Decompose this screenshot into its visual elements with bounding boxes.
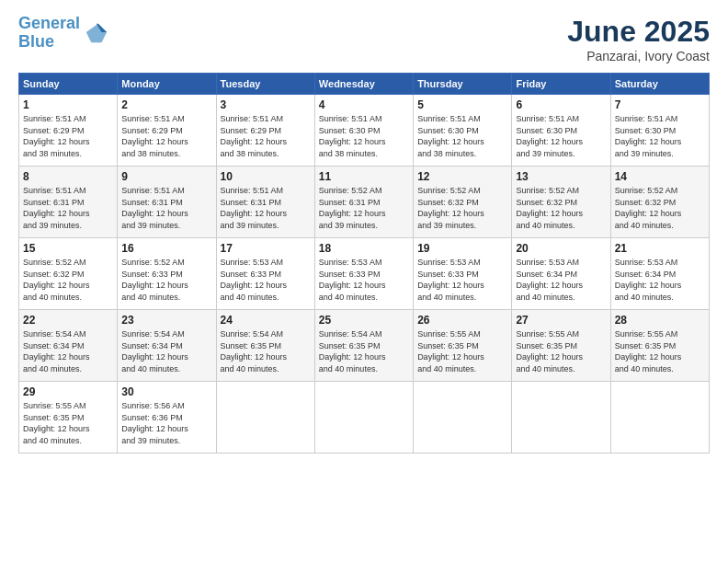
day-cell-25: 25 Sunrise: 5:54 AMSunset: 6:35 PMDaylig… xyxy=(314,310,413,382)
empty-cell-4 xyxy=(512,382,610,454)
day-cell-3: 3 Sunrise: 5:51 AMSunset: 6:29 PMDayligh… xyxy=(216,95,314,167)
day-cell-5: 5 Sunrise: 5:51 AMSunset: 6:30 PMDayligh… xyxy=(414,95,512,167)
day-cell-1: 1 Sunrise: 5:51 AMSunset: 6:29 PMDayligh… xyxy=(19,95,118,167)
day-cell-7: 7 Sunrise: 5:51 AMSunset: 6:30 PMDayligh… xyxy=(610,95,709,167)
day-cell-23: 23 Sunrise: 5:54 AMSunset: 6:34 PMDaylig… xyxy=(118,310,216,382)
day-cell-20: 20 Sunrise: 5:53 AMSunset: 6:34 PMDaylig… xyxy=(512,238,610,310)
day-cell-17: 17 Sunrise: 5:53 AMSunset: 6:33 PMDaylig… xyxy=(216,238,314,310)
day-cell-29: 29 Sunrise: 5:55 AMSunset: 6:35 PMDaylig… xyxy=(19,382,118,454)
week-row-4: 22 Sunrise: 5:54 AMSunset: 6:34 PMDaylig… xyxy=(19,310,710,382)
day-cell-18: 18 Sunrise: 5:53 AMSunset: 6:33 PMDaylig… xyxy=(314,238,413,310)
col-wednesday: Wednesday xyxy=(314,74,413,95)
day-cell-27: 27 Sunrise: 5:55 AMSunset: 6:35 PMDaylig… xyxy=(512,310,610,382)
day-cell-16: 16 Sunrise: 5:52 AMSunset: 6:33 PMDaylig… xyxy=(118,238,216,310)
empty-cell-3 xyxy=(414,382,512,454)
day-cell-21: 21 Sunrise: 5:53 AMSunset: 6:34 PMDaylig… xyxy=(610,238,709,310)
col-thursday: Thursday xyxy=(414,74,512,95)
week-row-1: 1 Sunrise: 5:51 AMSunset: 6:29 PMDayligh… xyxy=(19,95,710,167)
day-cell-28: 28 Sunrise: 5:55 AMSunset: 6:35 PMDaylig… xyxy=(610,310,709,382)
col-sunday: Sunday xyxy=(19,74,118,95)
day-cell-22: 22 Sunrise: 5:54 AMSunset: 6:34 PMDaylig… xyxy=(19,310,118,382)
title-block: June 2025 Panzarai, Ivory Coast xyxy=(567,15,710,63)
day-cell-19: 19 Sunrise: 5:53 AMSunset: 6:33 PMDaylig… xyxy=(414,238,512,310)
col-friday: Friday xyxy=(512,74,610,95)
header: General Blue June 2025 Panzarai, Ivory C… xyxy=(18,15,710,63)
empty-cell-5 xyxy=(610,382,709,454)
day-cell-11: 11 Sunrise: 5:52 AMSunset: 6:31 PMDaylig… xyxy=(314,167,413,238)
week-row-5: 29 Sunrise: 5:55 AMSunset: 6:35 PMDaylig… xyxy=(19,382,710,454)
location-subtitle: Panzarai, Ivory Coast xyxy=(567,49,710,63)
day-cell-6: 6 Sunrise: 5:51 AMSunset: 6:30 PMDayligh… xyxy=(512,95,610,167)
day-cell-12: 12 Sunrise: 5:52 AMSunset: 6:32 PMDaylig… xyxy=(414,167,512,238)
calendar-page: General Blue June 2025 Panzarai, Ivory C… xyxy=(0,0,728,563)
day-cell-2: 2 Sunrise: 5:51 AMSunset: 6:29 PMDayligh… xyxy=(118,95,216,167)
logo-text: General Blue xyxy=(18,15,80,52)
day-cell-9: 9 Sunrise: 5:51 AMSunset: 6:31 PMDayligh… xyxy=(118,167,216,238)
col-monday: Monday xyxy=(118,74,216,95)
day-cell-8: 8 Sunrise: 5:51 AMSunset: 6:31 PMDayligh… xyxy=(19,167,118,238)
day-cell-24: 24 Sunrise: 5:54 AMSunset: 6:35 PMDaylig… xyxy=(216,310,314,382)
week-row-2: 8 Sunrise: 5:51 AMSunset: 6:31 PMDayligh… xyxy=(19,167,710,238)
logo-icon xyxy=(83,20,108,46)
svg-marker-0 xyxy=(86,24,107,43)
col-saturday: Saturday xyxy=(610,74,709,95)
empty-cell-2 xyxy=(314,382,413,454)
day-cell-10: 10 Sunrise: 5:51 AMSunset: 6:31 PMDaylig… xyxy=(216,167,314,238)
day-cell-4: 4 Sunrise: 5:51 AMSunset: 6:30 PMDayligh… xyxy=(314,95,413,167)
day-cell-26: 26 Sunrise: 5:55 AMSunset: 6:35 PMDaylig… xyxy=(414,310,512,382)
logo-line1: General xyxy=(18,14,80,32)
logo-line2: Blue xyxy=(18,32,54,51)
week-row-3: 15 Sunrise: 5:52 AMSunset: 6:32 PMDaylig… xyxy=(19,238,710,310)
empty-cell-1 xyxy=(216,382,314,454)
day-cell-14: 14 Sunrise: 5:52 AMSunset: 6:32 PMDaylig… xyxy=(610,167,709,238)
day-cell-15: 15 Sunrise: 5:52 AMSunset: 6:32 PMDaylig… xyxy=(19,238,118,310)
calendar-table: Sunday Monday Tuesday Wednesday Thursday… xyxy=(18,73,710,454)
day-cell-30: 30 Sunrise: 5:56 AMSunset: 6:36 PMDaylig… xyxy=(118,382,216,454)
calendar-header-row: Sunday Monday Tuesday Wednesday Thursday… xyxy=(19,74,710,95)
logo: General Blue xyxy=(18,15,108,52)
col-tuesday: Tuesday xyxy=(216,74,314,95)
month-title: June 2025 xyxy=(567,15,710,49)
day-cell-13: 13 Sunrise: 5:52 AMSunset: 6:32 PMDaylig… xyxy=(512,167,610,238)
